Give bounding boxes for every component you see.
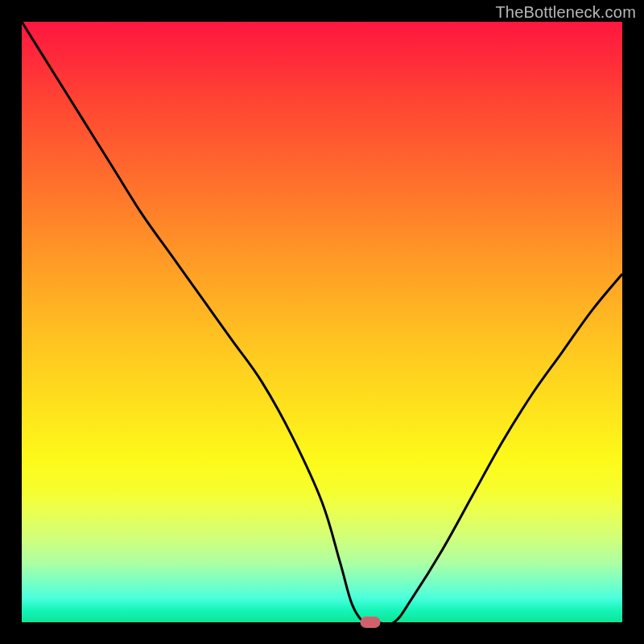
plot-area: [22, 22, 622, 622]
bottleneck-curve: [22, 22, 622, 622]
watermark-text: TheBottleneck.com: [495, 3, 636, 22]
curve-path: [22, 22, 622, 622]
chart-container: TheBottleneck.com: [0, 0, 644, 644]
optimal-point-marker: [360, 617, 380, 628]
